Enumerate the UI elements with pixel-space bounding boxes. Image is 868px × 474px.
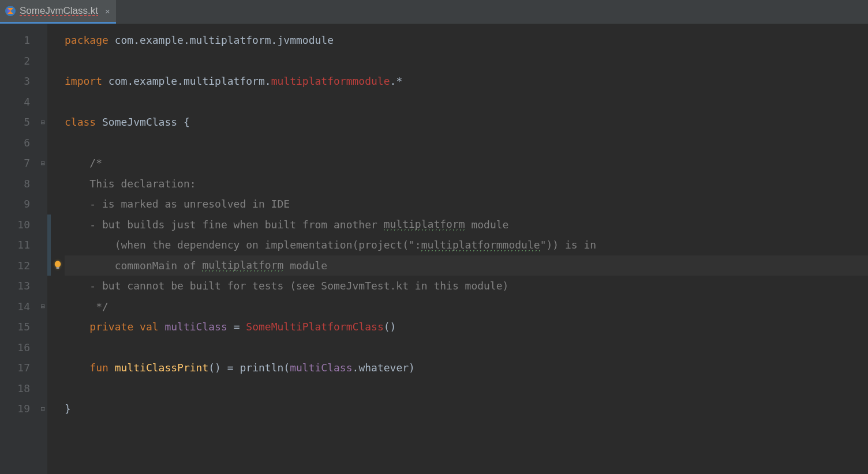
line-number: 5⊟ [0,112,47,133]
svg-point-1 [55,261,61,268]
line-number-gutter: 1 2 3 4 5⊟ 6 7⊟ 8 9 10 11 12 13 14⊟ 15 1… [0,24,47,474]
fold-icon[interactable]: ⊟ [41,159,45,167]
tab-bar: SomeJvmClass.kt × [0,0,868,24]
editor-area: 1 2 3 4 5⊟ 6 7⊟ 8 9 10 11 12 13 14⊟ 15 1… [0,24,868,474]
line-number: 9 [0,194,47,215]
line-number: 6 [0,133,47,153]
kotlin-file-icon [5,5,16,17]
line-number: 12 [0,255,47,276]
line-number: 11 [0,235,47,255]
line-number: 17 [0,358,47,378]
line-number: 13 [0,276,47,296]
close-tab-icon[interactable]: × [105,6,110,16]
gutter-icon-strip [51,24,65,474]
line-number: 19⊟ [0,398,47,419]
line-number: 18 [0,378,47,399]
fold-icon[interactable]: ⊟ [41,302,45,310]
line-number: 8 [0,174,47,194]
line-number: 10 [0,215,47,235]
line-number: 4 [0,92,47,112]
line-number: 14⊟ [0,296,47,317]
svg-rect-2 [57,267,59,269]
line-number: 15 [0,317,47,337]
current-line: commonMain of multiplatform module [65,255,868,276]
tab-filename: SomeJvmClass.kt [20,5,98,17]
editor-tab[interactable]: SomeJvmClass.kt × [0,0,116,24]
intention-bulb-icon[interactable] [51,255,65,276]
line-number: 1 [0,30,47,51]
fold-icon[interactable]: ⊟ [41,118,45,126]
code-editor[interactable]: package com.example.multiplatform.jvmmod… [65,24,868,474]
fold-icon[interactable]: ⊟ [41,405,45,413]
line-number: 7⊟ [0,153,47,174]
line-number: 16 [0,337,47,358]
line-number: 2 [0,51,47,72]
line-number: 3 [0,71,47,92]
